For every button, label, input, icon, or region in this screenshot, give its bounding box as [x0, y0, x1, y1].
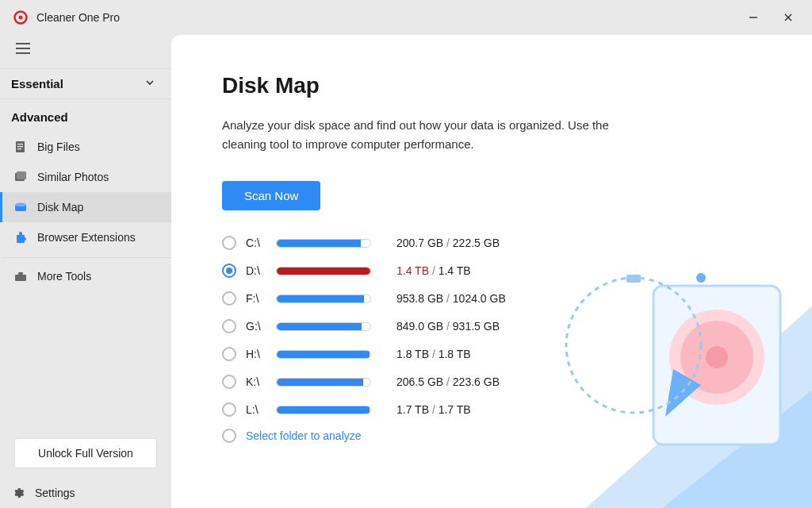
- disk-list: C:\200.7 GB / 222.5 GBD:\1.4 TB / 1.4 TB…: [222, 234, 812, 443]
- svg-point-1: [19, 16, 23, 20]
- sidebar-item-browser-extensions[interactable]: Browser Extensions: [0, 222, 171, 252]
- window-controls: [736, 6, 806, 29]
- drive-label: H:\: [246, 348, 266, 360]
- scan-now-button[interactable]: Scan Now: [222, 181, 320, 210]
- close-button[interactable]: [771, 6, 806, 29]
- photos-icon: [13, 170, 28, 184]
- svg-rect-13: [17, 171, 26, 179]
- sidebar-item-label: Big Files: [37, 140, 80, 153]
- app-logo-icon: [13, 10, 29, 25]
- select-folder-link[interactable]: Select folder to analyze: [246, 429, 362, 442]
- usage-bar: [276, 406, 371, 414]
- svg-rect-16: [15, 275, 26, 281]
- unlock-full-version-button[interactable]: Unlock Full Version: [14, 438, 157, 468]
- page-description: Analyze your disk space and find out how…: [222, 116, 634, 154]
- sidebar-section-essential[interactable]: Essential: [0, 68, 171, 99]
- body: Essential Advanced Big Files Similar Pho…: [0, 35, 812, 508]
- svg-rect-10: [17, 146, 23, 147]
- usage-text: 1.8 TB / 1.8 TB: [396, 348, 471, 360]
- usage-bar: [276, 294, 371, 303]
- disk-radio[interactable]: [222, 347, 236, 361]
- sidebar-item-label: Settings: [35, 487, 75, 499]
- usage-bar: [276, 267, 371, 275]
- usage-text: 849.0 GB / 931.5 GB: [396, 320, 500, 333]
- usage-text: 953.8 GB / 1024.0 GB: [396, 292, 506, 305]
- disk-radio[interactable]: [222, 429, 236, 443]
- disk-row[interactable]: C:\200.7 GB / 222.5 GB: [222, 234, 812, 252]
- svg-rect-17: [18, 272, 23, 275]
- app-window: Cleaner One Pro Essential Advanced: [0, 0, 812, 508]
- sidebar-item-big-files[interactable]: Big Files: [0, 132, 171, 162]
- drive-label: G:\: [246, 320, 266, 333]
- drive-label: K:\: [246, 375, 266, 388]
- drive-label: F:\: [246, 292, 266, 305]
- page-title: Disk Map: [222, 73, 812, 98]
- sidebar-item-label: Browser Extensions: [37, 231, 136, 244]
- puzzle-icon: [13, 230, 28, 244]
- sidebar-section-label: Advanced: [11, 110, 68, 124]
- usage-text: 200.7 GB / 222.5 GB: [396, 237, 500, 249]
- toolbox-icon: [13, 269, 28, 283]
- usage-bar: [276, 378, 371, 387]
- hamburger-button[interactable]: [0, 38, 171, 68]
- select-folder-row[interactable]: Select folder to analyze: [222, 429, 812, 443]
- svg-point-15: [15, 203, 26, 207]
- disk-row[interactable]: G:\849.0 GB / 931.5 GB: [222, 318, 812, 335]
- sidebar-item-settings[interactable]: Settings: [0, 479, 171, 508]
- sidebar-item-more-tools[interactable]: More Tools: [0, 257, 171, 291]
- disk-radio[interactable]: [222, 402, 236, 417]
- usage-bar: [276, 350, 371, 359]
- disk-row[interactable]: L:\1.7 TB / 1.7 TB: [222, 401, 812, 418]
- sidebar-item-disk-map[interactable]: Disk Map: [0, 192, 171, 222]
- svg-rect-9: [17, 144, 23, 144]
- disk-row[interactable]: K:\206.5 GB / 223.6 GB: [222, 373, 812, 391]
- disk-radio[interactable]: [222, 264, 236, 278]
- sidebar: Essential Advanced Big Files Similar Pho…: [0, 35, 171, 508]
- disk-radio[interactable]: [222, 375, 236, 389]
- usage-text: 206.5 GB / 223.6 GB: [396, 375, 500, 388]
- sidebar-item-label: Similar Photos: [37, 171, 109, 183]
- chevron-down-icon: [144, 77, 155, 90]
- minimize-button[interactable]: [736, 6, 771, 29]
- usage-text: 1.4 TB / 1.4 TB: [396, 264, 471, 277]
- sidebar-item-label: Disk Map: [37, 201, 83, 214]
- disk-row[interactable]: F:\953.8 GB / 1024.0 GB: [222, 290, 812, 307]
- disk-radio[interactable]: [222, 236, 236, 250]
- drive-label: D:\: [246, 264, 266, 277]
- usage-bar: [276, 322, 371, 331]
- disk-radio[interactable]: [222, 291, 236, 306]
- usage-bar: [276, 239, 371, 248]
- gear-icon: [11, 486, 25, 500]
- sidebar-section-label: Essential: [11, 77, 63, 90]
- disk-icon: [13, 200, 28, 214]
- main-panel: Disk Map Analyze your disk space and fin…: [171, 35, 812, 508]
- sidebar-section-advanced[interactable]: Advanced: [0, 99, 171, 132]
- sidebar-item-similar-photos[interactable]: Similar Photos: [0, 162, 171, 192]
- disk-radio[interactable]: [222, 319, 236, 333]
- disk-row[interactable]: D:\1.4 TB / 1.4 TB: [222, 262, 812, 279]
- sidebar-item-label: More Tools: [37, 270, 91, 283]
- drive-label: L:\: [246, 403, 266, 416]
- titlebar: Cleaner One Pro: [0, 0, 812, 35]
- drive-label: C:\: [246, 237, 266, 249]
- svg-rect-11: [17, 148, 21, 149]
- disk-row[interactable]: H:\1.8 TB / 1.8 TB: [222, 345, 812, 363]
- app-title: Cleaner One Pro: [36, 11, 736, 24]
- file-icon: [13, 140, 28, 154]
- usage-text: 1.7 TB / 1.7 TB: [396, 403, 471, 416]
